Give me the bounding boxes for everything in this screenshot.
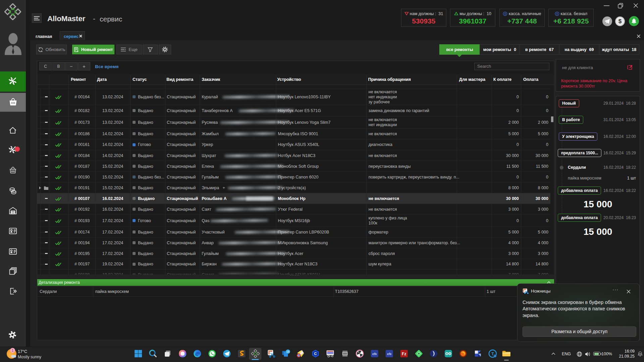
svg-text:cfs: cfs [372,352,377,356]
svg-text:S: S [504,12,506,15]
svg-text:16: 16 [286,350,290,353]
svg-text:Fz: Fz [402,352,406,356]
svg-text:S: S [556,12,558,15]
svg-text:C: C [314,352,317,356]
svg-text:cfs: cfs [387,352,391,356]
